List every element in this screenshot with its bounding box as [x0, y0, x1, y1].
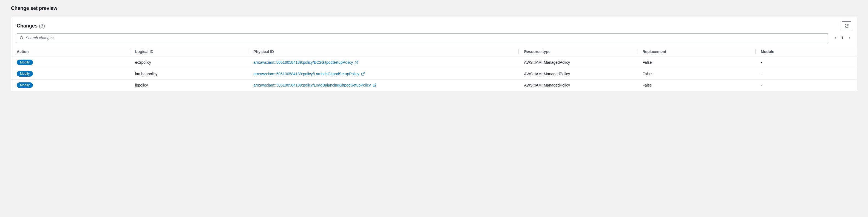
external-link-icon [373, 83, 376, 87]
panel-count: (3) [39, 23, 45, 29]
cell-module: - [755, 79, 857, 91]
col-replacement[interactable]: Replacement [637, 47, 755, 57]
cell-physical-id: arn:aws:iam::505100584189:policy/EC2Gitp… [248, 57, 519, 68]
external-link-icon [354, 60, 358, 64]
table-row: Modifylbpolicyarn:aws:iam::505100584189:… [11, 79, 857, 91]
search-input[interactable] [17, 33, 828, 42]
page-current: 1 [841, 36, 844, 40]
physical-id-link[interactable]: arn:aws:iam::505100584189:policy/LoadBal… [254, 83, 376, 87]
svg-line-4 [374, 84, 376, 85]
action-badge: Modify [17, 60, 33, 65]
col-logical-id[interactable]: Logical ID [130, 47, 248, 57]
action-badge: Modify [17, 82, 33, 88]
prev-page-button[interactable] [834, 36, 838, 40]
panel-title-text: Changes [17, 23, 37, 29]
cell-logical-id: lbpolicy [130, 79, 248, 91]
cell-replacement: False [637, 57, 755, 68]
physical-id-link[interactable]: arn:aws:iam::505100584189:policy/EC2Gitp… [254, 60, 359, 64]
svg-line-2 [356, 61, 358, 63]
physical-id-text: arn:aws:iam::505100584189:policy/LambdaG… [254, 72, 360, 76]
col-physical-id[interactable]: Physical ID [248, 47, 519, 57]
changes-table: Action Logical ID Physical ID Resource t… [11, 47, 857, 91]
chevron-right-icon [847, 36, 851, 40]
cell-action: Modify [11, 68, 130, 79]
pagination: 1 [834, 36, 851, 40]
col-action[interactable]: Action [11, 47, 130, 57]
physical-id-text: arn:aws:iam::505100584189:policy/EC2Gitp… [254, 60, 353, 64]
external-link-icon [361, 72, 365, 76]
cell-replacement: False [637, 68, 755, 79]
cell-resource-type: AWS::IAM::ManagedPolicy [519, 79, 637, 91]
col-module[interactable]: Module [755, 47, 857, 57]
cell-action: Modify [11, 57, 130, 68]
cell-physical-id: arn:aws:iam::505100584189:policy/LambdaG… [248, 68, 519, 79]
table-row: Modifylambdapolicyarn:aws:iam::505100584… [11, 68, 857, 79]
panel-header: Changes (3) [11, 17, 857, 33]
cell-logical-id: lambdapolicy [130, 68, 248, 79]
cell-resource-type: AWS::IAM::ManagedPolicy [519, 68, 637, 79]
changes-panel: Changes (3) 1 [11, 17, 857, 91]
panel-title: Changes (3) [17, 23, 45, 29]
physical-id-text: arn:aws:iam::505100584189:policy/LoadBal… [254, 83, 371, 87]
cell-resource-type: AWS::IAM::ManagedPolicy [519, 57, 637, 68]
col-resource-type[interactable]: Resource type [519, 47, 637, 57]
svg-line-1 [23, 39, 23, 39]
refresh-button[interactable] [842, 21, 851, 30]
cell-logical-id: ec2policy [130, 57, 248, 68]
action-badge: Modify [17, 71, 33, 76]
cell-action: Modify [11, 79, 130, 91]
cell-module: - [755, 57, 857, 68]
next-page-button[interactable] [847, 36, 851, 40]
search-wrap [17, 33, 828, 42]
refresh-icon [844, 24, 849, 28]
cell-replacement: False [637, 79, 755, 91]
svg-point-0 [20, 36, 23, 39]
cell-physical-id: arn:aws:iam::505100584189:policy/LoadBal… [248, 79, 519, 91]
table-row: Modifyec2policyarn:aws:iam::505100584189… [11, 57, 857, 68]
table-header-row: Action Logical ID Physical ID Resource t… [11, 47, 857, 57]
search-icon [20, 36, 24, 40]
controls-row: 1 [11, 33, 857, 47]
physical-id-link[interactable]: arn:aws:iam::505100584189:policy/LambdaG… [254, 72, 365, 76]
chevron-left-icon [834, 36, 838, 40]
svg-line-3 [363, 72, 364, 74]
cell-module: - [755, 68, 857, 79]
page-title: Change set preview [11, 5, 857, 11]
